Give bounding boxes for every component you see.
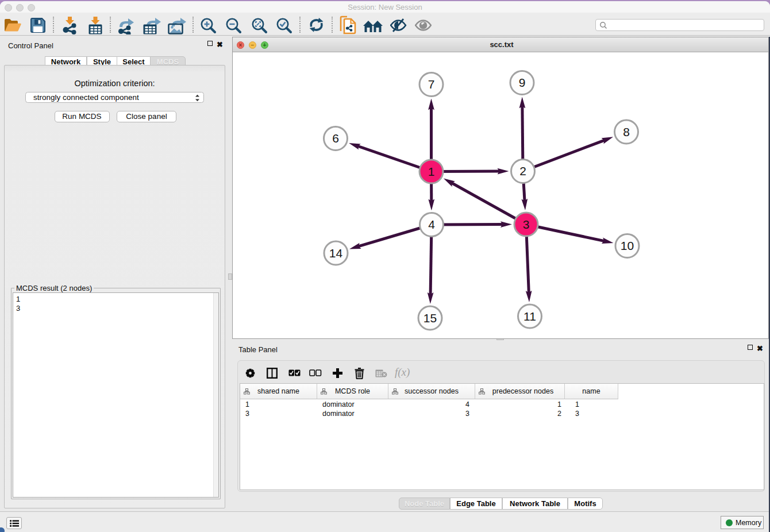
svg-text:3: 3: [523, 218, 530, 231]
svg-text:4: 4: [428, 218, 435, 231]
svg-text:1: 1: [428, 165, 435, 178]
svg-text:14: 14: [329, 246, 343, 260]
svg-text:6: 6: [332, 132, 339, 145]
svg-text:7: 7: [428, 78, 435, 91]
svg-text:9: 9: [519, 76, 526, 89]
svg-text:8: 8: [623, 125, 630, 138]
svg-text:15: 15: [424, 311, 437, 325]
svg-text:11: 11: [523, 310, 536, 323]
svg-text:10: 10: [621, 239, 634, 252]
svg-text:2: 2: [519, 164, 526, 178]
